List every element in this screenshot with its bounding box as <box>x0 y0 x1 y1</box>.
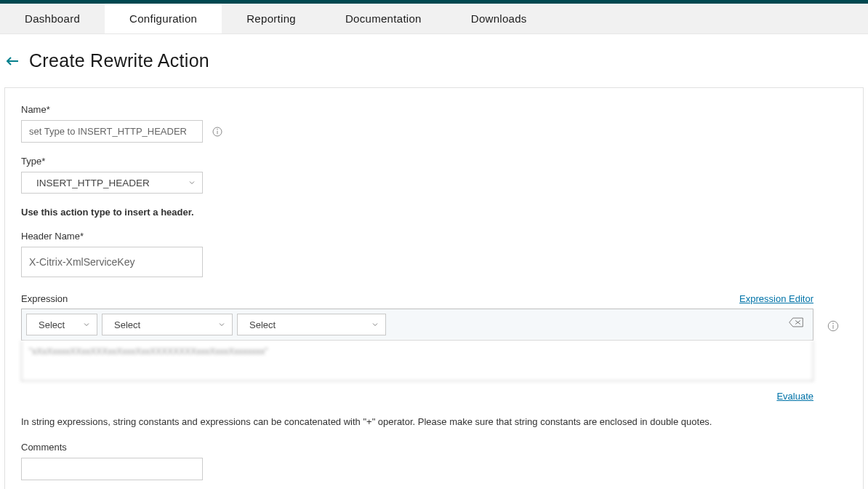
tab-reporting[interactable]: Reporting <box>222 4 321 33</box>
header-name-input[interactable] <box>21 247 203 277</box>
clear-icon[interactable] <box>788 317 804 328</box>
chevron-down-icon <box>188 178 196 187</box>
expr-select-2-value: Select <box>114 319 140 330</box>
type-help-text: Use this action type to insert a header. <box>21 207 847 218</box>
expression-label: Expression <box>21 293 68 304</box>
expr-select-3-value: Select <box>249 319 276 330</box>
name-input[interactable] <box>21 120 203 143</box>
concat-hint: In string expressions, string constants … <box>21 416 847 427</box>
main-tabs: Dashboard Configuration Reporting Docume… <box>0 4 868 34</box>
type-select[interactable]: INSERT_HTTP_HEADER <box>21 172 203 194</box>
type-select-value: INSERT_HTTP_HEADER <box>36 178 150 188</box>
expr-select-2[interactable]: Select <box>102 314 233 335</box>
comments-label: Comments <box>21 442 847 453</box>
type-label: Type* <box>21 156 847 167</box>
tab-dashboard[interactable]: Dashboard <box>0 4 105 33</box>
chevron-down-icon <box>82 320 91 329</box>
expr-select-1-value: Select <box>39 319 65 330</box>
svg-point-7 <box>833 323 834 324</box>
evaluate-link[interactable]: Evaluate <box>776 391 813 402</box>
comments-input[interactable] <box>21 458 203 480</box>
svg-point-2 <box>217 129 218 130</box>
form-panel: Name* Type* INSERT_HTTP_HEADER Use this … <box>4 87 864 489</box>
chevron-down-icon <box>217 320 226 329</box>
page-header: Create Rewrite Action <box>0 34 868 87</box>
page-title: Create Rewrite Action <box>29 50 209 71</box>
expr-select-3[interactable]: Select <box>237 314 386 335</box>
expr-select-1[interactable]: Select <box>26 314 97 335</box>
info-icon[interactable] <box>212 126 223 138</box>
name-label: Name* <box>21 104 847 115</box>
tab-configuration[interactable]: Configuration <box>105 4 222 33</box>
expression-textarea[interactable] <box>21 341 813 381</box>
tab-documentation[interactable]: Documentation <box>321 4 446 33</box>
expression-toolbox: Select Select Select <box>21 309 813 341</box>
tab-downloads[interactable]: Downloads <box>446 4 552 33</box>
info-icon[interactable] <box>827 319 840 333</box>
chevron-down-icon <box>371 320 379 329</box>
expression-editor-link[interactable]: Expression Editor <box>739 293 813 304</box>
header-name-label: Header Name* <box>21 231 847 242</box>
back-arrow-icon[interactable] <box>4 52 22 70</box>
